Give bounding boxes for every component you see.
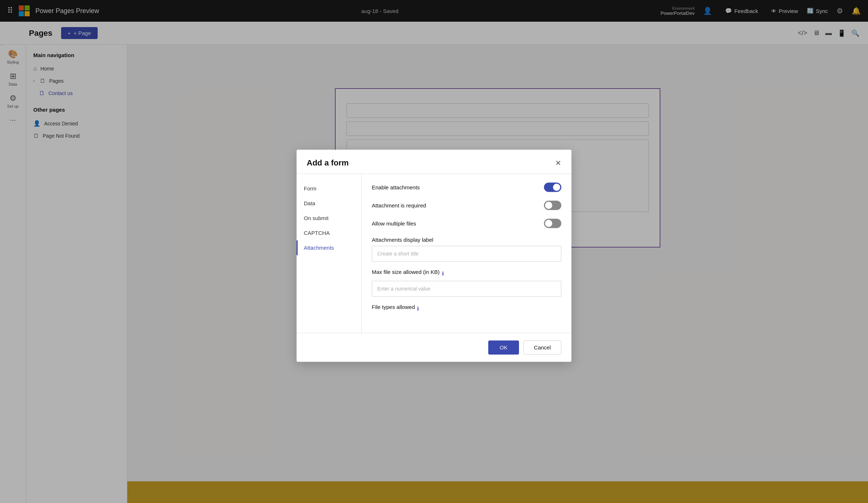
allow-multiple-files-thumb [545,220,552,227]
allow-multiple-files-track [544,219,561,228]
modal-footer: OK Cancel [297,333,571,362]
allow-multiple-files-label: Allow multiple files [372,220,416,227]
max-file-size-info-icon[interactable]: ℹ [442,271,444,276]
attachment-required-toggle[interactable] [544,201,561,210]
file-types-field: File types allowed ℹ [372,304,561,313]
attachment-required-row: Attachment is required [372,201,561,210]
cancel-button[interactable]: Cancel [523,340,561,354]
modal-nav-captcha[interactable]: CAPTCHA [297,225,361,240]
display-label-title: Attachments display label [372,237,561,243]
allow-multiple-files-row: Allow multiple files [372,219,561,228]
modal-nav: Form Data On submit CAPTCHA Attachments [297,174,362,333]
attachment-required-thumb [545,202,552,209]
enable-attachments-thumb [553,184,560,191]
allow-multiple-files-toggle[interactable] [544,219,561,228]
enable-attachments-track [544,182,561,192]
modal-close-button[interactable]: ✕ [555,159,561,167]
enable-attachments-toggle[interactable] [544,182,561,192]
add-form-modal: Add a form ✕ Form Data On submit CAPTCHA… [297,150,571,362]
modal-body: Form Data On submit CAPTCHA Attachments … [297,174,571,333]
modal-content-area: Enable attachments Attachment is require… [362,174,571,333]
modal-nav-captcha-label: CAPTCHA [304,230,330,236]
modal-nav-on-submit[interactable]: On submit [297,211,361,225]
enable-attachments-label: Enable attachments [372,184,420,190]
attachment-required-track [544,201,561,210]
modal-nav-attachments[interactable]: Attachments [297,240,361,255]
modal-header: Add a form ✕ [297,150,571,174]
file-types-info-icon[interactable]: ℹ [417,306,419,311]
display-label-field: Attachments display label [372,237,561,269]
ok-button[interactable]: OK [488,340,519,354]
modal-nav-on-submit-label: On submit [304,215,328,221]
display-label-input[interactable] [372,246,561,262]
modal-nav-form[interactable]: Form [297,181,361,196]
file-types-label: File types allowed [372,304,415,310]
modal-nav-attachments-label: Attachments [304,245,334,251]
modal-nav-data[interactable]: Data [297,196,361,211]
modal-nav-form-label: Form [304,185,316,192]
modal-nav-data-label: Data [304,200,315,206]
max-file-size-field: Max file size allowed (in KB) ℹ [372,269,561,304]
max-file-size-input[interactable] [372,281,561,297]
max-file-size-label: Max file size allowed (in KB) [372,269,440,275]
attachment-required-label: Attachment is required [372,202,426,208]
enable-attachments-row: Enable attachments [372,182,561,192]
modal-title: Add a form [307,158,349,168]
